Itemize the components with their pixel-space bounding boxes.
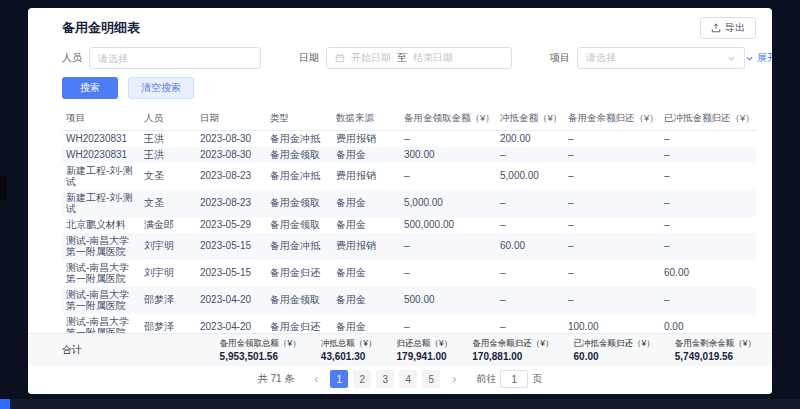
cell-person: 邵梦泽: [140, 314, 196, 334]
summary-item: 归还总额（¥）179,941.00: [397, 338, 453, 362]
cell-type: 备用金领取: [266, 217, 332, 233]
calendar-icon: [335, 53, 345, 63]
bottom-left-accent: [0, 399, 10, 409]
clear-search-button[interactable]: 清空搜索: [128, 77, 194, 99]
expand-filters-link[interactable]: 展开筛选: [745, 51, 772, 65]
petty-cash-table: 项目人员日期类型数据来源备用金领取金额（¥）冲抵金额（¥）备用金余额归还（¥）已…: [62, 107, 756, 333]
cell-type: 备用金领取: [266, 147, 332, 163]
cell-received: 300.00: [400, 147, 496, 163]
cell-balance_return: 100.00: [564, 314, 660, 334]
expand-chevron-icon: [745, 54, 754, 63]
cell-date: 2023-04-20: [196, 314, 266, 334]
cell-offset_return: 60.00: [660, 260, 756, 287]
pagination-total: 共 71 条: [258, 372, 295, 386]
cell-person: 刘宇明: [140, 233, 196, 260]
cell-source: 费用报销: [332, 233, 400, 260]
table-header-row: 项目人员日期类型数据来源备用金领取金额（¥）冲抵金额（¥）备用金余额归还（¥）已…: [62, 107, 756, 131]
cell-offset: –: [496, 147, 564, 163]
cell-person: 王洪: [140, 131, 196, 147]
table-row[interactable]: WH20230831王洪2023-08-30备用金领取备用金300.00–––: [62, 147, 756, 163]
summary-item-value: 5,953,501.56: [220, 351, 301, 362]
table-row[interactable]: 测试-南昌大学第一附属医院邵梦泽2023-04-20备用金归还备用金––100.…: [62, 314, 756, 334]
cell-person: 王洪: [140, 147, 196, 163]
page-button-3[interactable]: 3: [376, 370, 394, 388]
cell-balance_return: –: [564, 233, 660, 260]
pagination-bar: 共 71 条 ‹ 12345 › 前往 页: [28, 366, 772, 394]
table-row[interactable]: 新建工程-刘-测试文圣2023-08-23备用金冲抵费用报销–5,000.00–…: [62, 163, 756, 190]
table-row[interactable]: 测试-南昌大学第一附属医院刘宇明2023-05-15备用金归还备用金–––60.…: [62, 260, 756, 287]
cell-date: 2023-04-20: [196, 287, 266, 314]
cell-balance_return: –: [564, 217, 660, 233]
cell-offset_return: –: [660, 233, 756, 260]
cell-source: 备用金: [332, 314, 400, 334]
page-button-5[interactable]: 5: [422, 370, 440, 388]
cell-type: 备用金冲抵: [266, 233, 332, 260]
goto-prefix-label: 前往: [476, 372, 496, 386]
goto-page-group: 前往 页: [476, 370, 542, 388]
cell-project: 北京鹏义材料: [62, 217, 140, 233]
summary-items: 备用金领取总额（¥）5,953,501.56冲抵总额（¥）43,601.30归还…: [220, 338, 756, 362]
cell-received: 500.00: [400, 287, 496, 314]
table-row[interactable]: 测试-南昌大学第一附属医院邵梦泽2023-04-20备用金领取备用金500.00…: [62, 287, 756, 314]
person-filter-input[interactable]: [89, 47, 261, 69]
cell-project: 新建工程-刘-测试: [62, 163, 140, 190]
page-button-4[interactable]: 4: [399, 370, 417, 388]
page-list: 12345: [330, 370, 440, 388]
column-header: 备用金领取金额（¥）: [400, 107, 496, 131]
date-end-placeholder: 结束日期: [413, 51, 453, 65]
prev-page-button[interactable]: ‹: [307, 370, 325, 388]
petty-cash-detail-panel: 备用金明细表 导出 人员 日期 开始日期 至 结束日期 项目: [28, 8, 772, 394]
sidebar-drawer-handle[interactable]: [0, 176, 7, 200]
export-button[interactable]: 导出: [700, 17, 756, 39]
page-button-2[interactable]: 2: [353, 370, 371, 388]
table-body: WH20230831王洪2023-08-30备用金冲抵费用报销–200.00––…: [62, 131, 756, 334]
cell-offset: 200.00: [496, 131, 564, 147]
search-button[interactable]: 搜索: [62, 77, 118, 99]
project-filter-label: 项目: [550, 51, 570, 65]
cell-received: –: [400, 163, 496, 190]
cell-type: 备用金领取: [266, 287, 332, 314]
cell-balance_return: –: [564, 287, 660, 314]
summary-item-value: 170,881.00: [472, 351, 553, 362]
export-icon: [711, 23, 721, 33]
table-row[interactable]: 测试-南昌大学第一附属医院刘宇明2023-05-15备用金冲抵费用报销–60.0…: [62, 233, 756, 260]
cell-received: –: [400, 314, 496, 334]
summary-item: 冲抵总额（¥）43,601.30: [321, 338, 377, 362]
table-container: 项目人员日期类型数据来源备用金领取金额（¥）冲抵金额（¥）备用金余额归还（¥）已…: [28, 107, 772, 333]
table-row[interactable]: 新建工程-刘-测试文圣2023-08-23备用金领取备用金5,000.00–––: [62, 190, 756, 217]
cell-offset: –: [496, 287, 564, 314]
cell-person: 刘宇明: [140, 260, 196, 287]
action-bar: 搜索 清空搜索: [28, 74, 772, 107]
cell-offset: 5,000.00: [496, 163, 564, 190]
date-start-placeholder: 开始日期: [351, 51, 391, 65]
cell-offset: 60.00: [496, 233, 564, 260]
goto-page-input[interactable]: [500, 370, 528, 388]
cell-offset_return: –: [660, 131, 756, 147]
page-button-1[interactable]: 1: [330, 370, 348, 388]
cell-source: 备用金: [332, 287, 400, 314]
cell-offset: –: [496, 260, 564, 287]
column-header: 人员: [140, 107, 196, 131]
project-filter-placeholder: 请选择: [586, 51, 616, 65]
table-row[interactable]: WH20230831王洪2023-08-30备用金冲抵费用报销–200.00––: [62, 131, 756, 147]
cell-offset_return: –: [660, 287, 756, 314]
column-header: 项目: [62, 107, 140, 131]
cell-person: 文圣: [140, 190, 196, 217]
date-separator: 至: [397, 51, 407, 65]
project-filter-select[interactable]: 请选择: [577, 47, 745, 69]
person-filter-group: 人员: [62, 47, 261, 69]
cell-offset_return: –: [660, 147, 756, 163]
next-page-button[interactable]: ›: [445, 370, 463, 388]
cell-source: 备用金: [332, 147, 400, 163]
date-range-picker[interactable]: 开始日期 至 结束日期: [326, 47, 512, 69]
chevron-down-icon: [727, 54, 736, 63]
cell-date: 2023-08-30: [196, 131, 266, 147]
summary-item-value: 60.00: [574, 351, 655, 362]
cell-type: 备用金冲抵: [266, 163, 332, 190]
cell-offset: –: [496, 217, 564, 233]
cell-person: 邵梦泽: [140, 287, 196, 314]
cell-received: 5,000.00: [400, 190, 496, 217]
table-row[interactable]: 北京鹏义材料满金郎2023-05-29备用金领取备用金500,000.00–––: [62, 217, 756, 233]
expand-filters-label: 展开筛选: [757, 51, 772, 65]
summary-item-label: 冲抵总额（¥）: [321, 338, 377, 350]
